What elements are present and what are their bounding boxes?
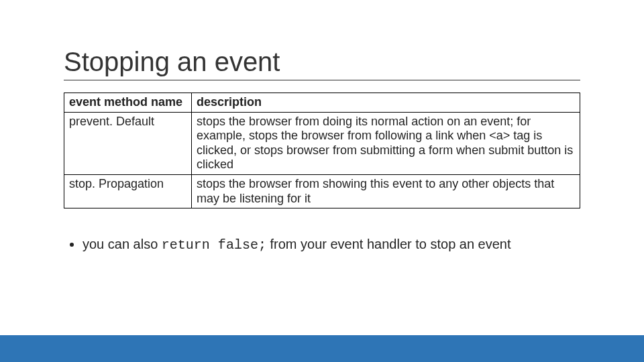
methods-table: event method name description prevent. D… bbox=[64, 93, 580, 208]
table-header-row: event method name description bbox=[64, 93, 580, 113]
slide-title: Stopping an event bbox=[64, 47, 580, 80]
bullet-text-prefix: you can also bbox=[83, 237, 162, 251]
table-row: prevent. Default stops the browser from … bbox=[64, 112, 580, 174]
cell-method: stop. Propagation bbox=[64, 174, 192, 208]
footer-bar bbox=[0, 335, 644, 362]
bullet-text-suffix: from your event handler to stop an event bbox=[266, 237, 511, 251]
slide: Stopping an event event method name desc… bbox=[0, 0, 644, 254]
table-row: stop. Propagation stops the browser from… bbox=[64, 174, 580, 208]
cell-method: prevent. Default bbox=[64, 112, 192, 174]
header-description: description bbox=[192, 93, 580, 113]
header-method: event method name bbox=[64, 93, 192, 113]
bullet-text-code: return false; bbox=[162, 237, 266, 253]
bullet-item: you can also return false; from your eve… bbox=[83, 235, 580, 254]
cell-description: stops the browser from showing this even… bbox=[192, 174, 580, 208]
bullet-list: you can also return false; from your eve… bbox=[64, 235, 580, 254]
cell-description: stops the browser from doing its normal … bbox=[192, 112, 580, 174]
